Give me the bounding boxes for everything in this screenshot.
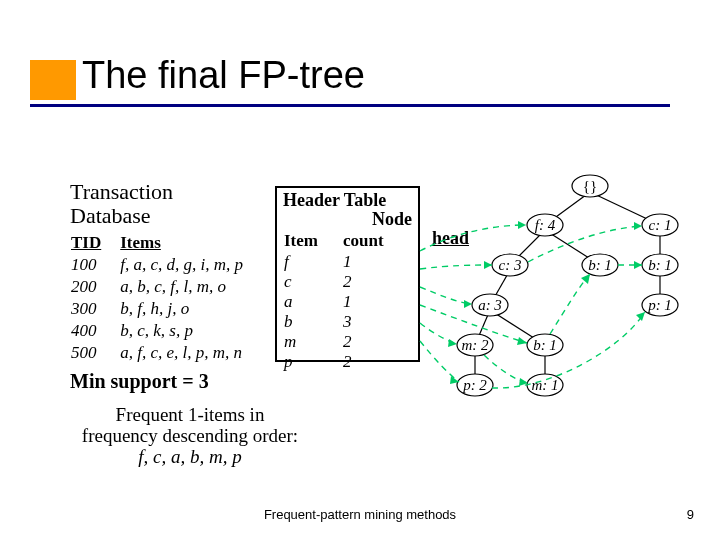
svg-marker-24 <box>484 261 492 269</box>
svg-marker-30 <box>448 339 457 347</box>
node-m1: m: 1 <box>531 377 558 393</box>
svg-marker-27 <box>517 337 527 345</box>
node-b1c: b: 1 <box>533 337 557 353</box>
trans-db-heading-1: Transaction <box>70 180 280 204</box>
node-p2: p: 2 <box>462 377 487 393</box>
node-b1b: b: 1 <box>648 257 672 273</box>
table-row: 200a, b, c, f, l, m, o <box>70 276 261 298</box>
table-row: 400b, c, k, s, p <box>70 320 261 342</box>
title-underline <box>30 104 670 107</box>
freq-order: f, c, a, b, m, p <box>138 446 241 467</box>
svg-marker-23 <box>518 221 526 229</box>
node-c1: c: 1 <box>649 217 672 233</box>
footer-text: Frequent-pattern mining methods <box>0 507 720 522</box>
trans-db-heading-2: Database <box>70 204 280 228</box>
transaction-database: Transaction Database TID Items 100f, a, … <box>70 180 280 364</box>
svg-marker-29 <box>634 261 642 269</box>
min-support: Min support = 3 <box>70 370 209 393</box>
freq-line-1: Frequent 1-items in <box>116 404 265 425</box>
col-tid: TID <box>70 232 119 254</box>
col-items: Items <box>119 232 261 254</box>
node-c3: c: 3 <box>499 257 522 273</box>
node-root: {} <box>583 178 597 194</box>
table-row: 100f, a, c, d, g, i, m, p <box>70 254 261 276</box>
col-item: Item <box>283 230 342 252</box>
slide-title: The final FP-tree <box>82 54 365 97</box>
table-row: 300b, f, h, j, o <box>70 298 261 320</box>
node-m2: m: 2 <box>461 337 489 353</box>
title-bar: The final FP-tree <box>0 54 720 110</box>
frequent-items-block: Frequent 1-items in frequency descending… <box>50 404 330 467</box>
node-b1a: b: 1 <box>588 257 612 273</box>
node-f4: f: 4 <box>535 217 556 233</box>
freq-line-2: frequency descending order: <box>82 425 298 446</box>
table-row: 500a, f, c, e, l, p, m, n <box>70 342 261 364</box>
slide-number: 9 <box>687 507 694 522</box>
svg-marker-33 <box>636 312 645 321</box>
node-p1: p: 1 <box>647 297 672 313</box>
fp-tree: {} f: 4 c: 1 c: 3 b: 1 b: 1 a: 3 p: 1 m:… <box>380 170 710 450</box>
svg-marker-26 <box>464 300 472 308</box>
transaction-table: TID Items 100f, a, c, d, g, i, m, p 200a… <box>70 232 261 364</box>
title-accent <box>30 60 76 100</box>
svg-marker-25 <box>634 222 642 230</box>
node-a3: a: 3 <box>478 297 502 313</box>
